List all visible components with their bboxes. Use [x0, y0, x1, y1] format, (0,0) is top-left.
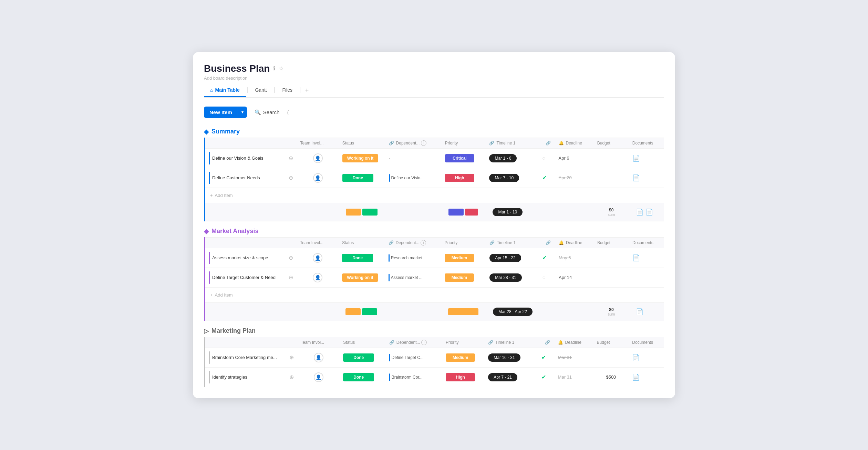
item-name-m1: Assess market size & scope — [212, 255, 287, 260]
timeline-badge-mk2: Apr 7 - 21 — [488, 373, 517, 381]
deadline-text-2: Apr 20 — [559, 175, 572, 180]
status-badge-m1[interactable]: Done — [342, 254, 373, 262]
status-cell-1[interactable]: Working on it — [339, 148, 385, 168]
tab-main-table[interactable]: ⌂ Main Table — [204, 84, 246, 97]
th-item-summary — [205, 138, 297, 148]
item-cell-2: Define Customer Needs ⊕ — [205, 168, 297, 188]
tab-add-button[interactable]: + — [302, 84, 312, 97]
add-person-icon-2[interactable]: ⊕ — [289, 174, 293, 181]
deadline-text-mk1: Mar 31 — [558, 355, 572, 360]
deadline-check-2: ✔ — [542, 168, 555, 188]
status-cell-m2[interactable]: Working on it — [339, 268, 385, 287]
team-cell-m2: 👤 — [297, 268, 339, 287]
priority-cell-mk2[interactable]: High — [442, 367, 485, 387]
timeline-badge-1: Mar 1 - 6 — [489, 154, 517, 162]
sf-dep-market — [385, 302, 441, 321]
add-person-icon-mk1[interactable]: ⊕ — [289, 354, 294, 361]
add-person-icon-mk2[interactable]: ⊕ — [289, 374, 294, 380]
th-deadline-marketing: 🔔 Deadline — [555, 337, 593, 348]
sf-team-market — [297, 302, 339, 321]
tab-separator-2: | — [273, 86, 276, 93]
dep-text-mk2: Brainstorm Cor... — [392, 375, 423, 380]
priority-badge-1[interactable]: Critical — [445, 154, 474, 162]
item-cell-1: Define our Vision & Goals ⊕ — [205, 148, 297, 168]
priority-badge-m1[interactable]: Medium — [445, 254, 474, 262]
group-collapse-icon-market[interactable]: ◆ — [204, 228, 209, 235]
dep-cell-m2: Assess market ... — [385, 268, 441, 287]
group-name-market: Market Analysis — [211, 228, 258, 235]
tab-gantt[interactable]: Gantt — [249, 84, 273, 97]
budget-cell-1 — [594, 148, 629, 168]
timeline-cell-2: Mar 7 - 10 — [486, 168, 542, 188]
status-cell-2[interactable]: Done — [339, 168, 385, 188]
status-badge-1[interactable]: Working on it — [342, 154, 378, 162]
dep-dash-1: - — [385, 156, 394, 161]
priority-badge-m2[interactable]: Medium — [445, 273, 474, 282]
item-cell-mk2: Identify strategies ⊕ — [205, 367, 297, 387]
market-header-row: Team Invol... Status 🔗 Dependent... i Pr… — [205, 237, 664, 248]
status-badge-mk1[interactable]: Done — [343, 353, 374, 362]
group-collapse-icon-marketing[interactable]: ▷ — [204, 327, 209, 335]
docs-cell-mk2: 📄 — [629, 367, 664, 387]
sf-team-summary — [297, 203, 339, 221]
link-icon-deadline-market: 🔗 — [546, 240, 551, 245]
row-border-mk2 — [209, 371, 210, 383]
status-cell-mk1[interactable]: Done — [340, 348, 386, 367]
link-icon-timeline-summary: 🔗 — [489, 141, 494, 146]
summary-footer-row-market: Mar 28 - Apr 22 $0 sum — [205, 302, 664, 321]
status-badge-m2[interactable]: Working on it — [342, 273, 378, 282]
add-item-button-summary[interactable]: + Add Item — [205, 191, 664, 200]
team-cell-2: 👤 — [297, 168, 339, 188]
status-cell-m1[interactable]: Done — [339, 248, 385, 268]
add-person-icon-m1[interactable]: ⊕ — [289, 254, 293, 261]
group-header-market[interactable]: ◆ Market Analysis — [204, 221, 664, 237]
priority-badge-mk1[interactable]: Medium — [446, 353, 475, 362]
priority-badge-mk2[interactable]: High — [446, 373, 475, 381]
priority-cell-m1[interactable]: Medium — [441, 248, 486, 268]
sf-timeline-badge-summary: Mar 1 - 10 — [493, 208, 523, 216]
priority-cell-1[interactable]: Critical — [442, 148, 486, 168]
info-board-icon[interactable]: ℹ — [273, 65, 275, 72]
th-docs-marketing: Documents — [629, 337, 664, 348]
deadline-text-1: Apr 6 — [559, 156, 569, 161]
new-item-chevron-icon[interactable]: ▾ — [238, 107, 247, 117]
new-item-button[interactable]: New Item ▾ — [204, 107, 247, 118]
search-button[interactable]: 🔍 Search — [251, 107, 283, 118]
deadline-check-m2: ○ — [542, 268, 555, 287]
status-badge-mk2[interactable]: Done — [343, 373, 374, 381]
budget-cell-2 — [594, 168, 629, 188]
add-item-cell-summary: + Add Item — [205, 188, 664, 203]
th-dep-market: 🔗 Dependent... i — [385, 237, 441, 248]
check-icon-m1: ✔ — [542, 255, 547, 261]
doc-icon-sf-2: 📄 — [645, 208, 653, 217]
priority-cell-mk1[interactable]: Medium — [442, 348, 485, 367]
dep-bar-m2 — [389, 274, 390, 281]
priority-cell-2[interactable]: High — [442, 168, 486, 188]
sf-budget-market: $0 sum — [594, 302, 629, 321]
sf-timeline-badge-market: Mar 28 - Apr 22 — [493, 308, 533, 316]
group-collapse-icon-summary[interactable]: ◆ — [204, 128, 209, 136]
timeline-cell-m2: Mar 28 - 31 — [486, 268, 542, 287]
sf-timeline-market: Mar 28 - Apr 22 — [486, 302, 542, 321]
add-item-button-market[interactable]: + Add Item — [205, 290, 664, 300]
tab-files[interactable]: Files — [276, 84, 299, 97]
th-status-marketing: Status — [340, 337, 386, 348]
add-person-icon-1[interactable]: ⊕ — [289, 155, 293, 161]
status-cell-mk2[interactable]: Done — [340, 367, 386, 387]
board-description[interactable]: Add board description — [204, 76, 664, 81]
group-header-marketing[interactable]: ▷ Marketing Plan — [204, 321, 664, 337]
row-border-mk1 — [209, 351, 210, 364]
avatar-m1: 👤 — [313, 253, 322, 263]
dep-text-m2: Assess market ... — [391, 275, 423, 280]
add-item-cell-market: + Add Item — [205, 287, 664, 302]
priority-cell-m2[interactable]: Medium — [441, 268, 486, 287]
group-market: ◆ Market Analysis Team Invol... — [204, 221, 664, 321]
priority-badge-2[interactable]: High — [445, 174, 474, 182]
th-status-market: Status — [339, 237, 385, 248]
star-icon[interactable]: ☆ — [279, 65, 283, 72]
link-icon-dep-market: 🔗 — [389, 240, 394, 245]
add-person-icon-m2[interactable]: ⊕ — [289, 274, 293, 281]
group-header-summary[interactable]: ◆ Summary — [204, 122, 664, 138]
status-badge-2[interactable]: Done — [342, 174, 373, 182]
doc-icon-2: 📄 — [632, 173, 640, 182]
